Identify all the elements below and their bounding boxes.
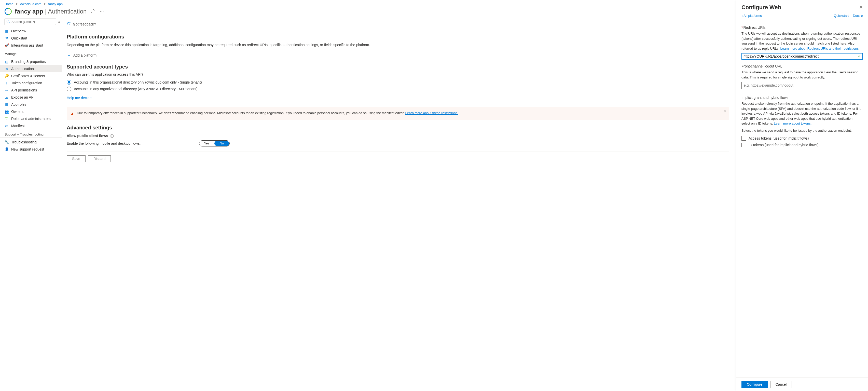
owners-icon: 👥 — [5, 110, 9, 114]
branding-icon: ▤ — [5, 60, 9, 64]
overview-icon: ▦ — [5, 29, 9, 33]
radio-checked-icon — [67, 80, 71, 85]
panel-docs-link[interactable]: Docs⧉ — [853, 14, 863, 18]
nav-api-permissions[interactable]: ⊸ API permissions — [0, 87, 62, 94]
redirect-uri-input[interactable] — [743, 54, 858, 58]
logout-url-input[interactable] — [741, 82, 863, 89]
quickstart-icon: ⚗ — [5, 36, 9, 40]
account-option-multitenant[interactable]: Accounts in any organizational directory… — [67, 86, 729, 92]
svg-point-3 — [69, 22, 70, 23]
external-link-icon: ⧉ — [861, 14, 863, 17]
discard-button[interactable]: Discard — [88, 155, 111, 162]
panel-title: Configure Web — [741, 4, 781, 11]
warn-learn-more-link[interactable]: Learn more about these restrictions. — [405, 111, 458, 115]
tokens-learn-more-link[interactable]: Learn more about tokens. — [774, 121, 811, 125]
nav-owners[interactable]: 👥 Owners — [0, 108, 62, 115]
svg-point-2 — [67, 23, 69, 24]
plus-icon: ＋ — [67, 52, 71, 58]
public-flows-toggle[interactable]: Yes No — [199, 140, 230, 147]
search-icon — [6, 20, 10, 24]
nav-integration[interactable]: 🚀 Integration assistant — [0, 42, 62, 49]
content: Got feedback? Platform configurations De… — [62, 19, 736, 391]
checkbox-unchecked-icon — [741, 143, 746, 147]
nav-roles-admins[interactable]: 🛡 Roles and administrators — [0, 115, 62, 122]
checkbox-unchecked-icon — [741, 136, 746, 141]
svg-point-0 — [7, 20, 9, 22]
nav-token-config[interactable]: ⦀ Token configuration — [0, 80, 62, 87]
redirect-learn-more-link[interactable]: Learn more about Redirect URIs and their… — [780, 47, 859, 51]
implicit-grant-label: Implicit grant and hybrid flows — [741, 95, 863, 99]
nav-overview[interactable]: ▦ Overview — [0, 28, 62, 35]
svg-line-1 — [9, 22, 10, 23]
warning-box: ▲ Due to temporary differences in suppor… — [67, 107, 729, 120]
nav-quickstart[interactable]: ⚗ Quickstart — [0, 35, 62, 42]
nav-manifest[interactable]: ▭ Manifest — [0, 122, 62, 129]
configure-web-panel: Configure Web ✕ ‹All platforms Quickstar… — [736, 0, 868, 391]
access-tokens-checkbox[interactable]: Access tokens (used for implicit flows) — [741, 135, 863, 142]
panel-quickstart-link[interactable]: Quickstart — [834, 14, 849, 18]
save-button[interactable]: Save — [67, 155, 86, 162]
collapse-sidebar-button[interactable]: « — [58, 20, 60, 24]
nav-section-manage: Manage — [0, 49, 62, 57]
warning-close-button[interactable]: ✕ — [724, 110, 726, 113]
breadcrumb-org[interactable]: owncloud.com — [20, 2, 41, 6]
expose-icon: ☁ — [5, 95, 9, 99]
all-platforms-link[interactable]: ‹All platforms — [741, 14, 762, 18]
cancel-button[interactable]: Cancel — [770, 381, 792, 388]
nav-expose-api[interactable]: ☁ Expose an API — [0, 94, 62, 101]
breadcrumb-app[interactable]: fancy app — [48, 2, 62, 6]
logout-url-desc: This is where we send a request to have … — [741, 70, 863, 80]
cert-icon: 🔑 — [5, 74, 9, 78]
nav-app-roles[interactable]: ▥ App roles — [0, 101, 62, 108]
nav-troubleshooting[interactable]: 🔧 Troubleshooting — [0, 139, 62, 146]
search-input[interactable] — [11, 20, 54, 24]
platform-config-heading: Platform configurations — [67, 34, 729, 40]
feedback-link[interactable]: Got feedback? — [67, 22, 96, 27]
app-logo-icon — [3, 6, 13, 17]
supported-types-heading: Supported account types — [67, 64, 729, 70]
pin-icon — [91, 9, 95, 13]
check-icon: ✓ — [858, 54, 861, 58]
auth-icon: ➲ — [5, 67, 9, 71]
nav-new-support[interactable]: 👤 New support request — [0, 146, 62, 153]
rolesadmin-icon: 🛡 — [5, 117, 9, 121]
radio-unchecked-icon — [67, 87, 71, 91]
search-input-wrap[interactable] — [5, 19, 56, 25]
configure-button[interactable]: Configure — [741, 381, 768, 388]
nav-certificates[interactable]: 🔑 Certificates & secrets — [0, 72, 62, 80]
approles-icon: ▥ — [5, 102, 9, 107]
panel-close-button[interactable]: ✕ — [859, 5, 863, 10]
feedback-icon — [67, 22, 71, 27]
enable-flows-label: Enable the following mobile and desktop … — [67, 141, 141, 146]
integration-icon: 🚀 — [5, 43, 9, 48]
redirect-uris-label: *Redirect URIs — [741, 26, 863, 30]
advanced-settings-heading: Advanced settings — [67, 125, 729, 131]
implicit-grant-desc: Request a token directly from the author… — [741, 101, 863, 126]
id-tokens-checkbox[interactable]: ID tokens (used for implicit and hybrid … — [741, 142, 863, 148]
breadcrumb-home[interactable]: Home — [5, 2, 13, 6]
nav-section-support: Support + Troubleshooting — [0, 129, 62, 138]
add-platform-button[interactable]: ＋ Add a platform — [67, 51, 96, 59]
page-title: fancy app | Authentication — [15, 8, 87, 15]
allow-public-flows-label: Allow public client flows i — [67, 134, 729, 138]
redirect-uri-input-wrap[interactable]: ✓ — [741, 53, 863, 60]
api-perm-icon: ⊸ — [5, 88, 9, 92]
info-icon[interactable]: i — [110, 134, 114, 138]
select-tokens-label: Select the tokens you would like to be i… — [741, 128, 863, 133]
more-button[interactable]: ⋯ — [99, 8, 105, 15]
pin-button[interactable] — [90, 8, 96, 15]
account-option-single-tenant[interactable]: Accounts in this organizational director… — [67, 79, 729, 86]
help-me-decide-link[interactable]: Help me decide... — [67, 96, 94, 100]
chevron-left-icon: ‹ — [741, 14, 742, 18]
nav-authentication[interactable]: ➲ Authentication — [0, 65, 62, 72]
breadcrumb: Home > owncloud.com > fancy app — [0, 0, 736, 6]
sidebar: « ▦ Overview ⚗ Quickstart 🚀 Integration … — [0, 19, 62, 391]
nav-manage: ▤ Branding & properties ➲ Authentication… — [0, 58, 62, 129]
manifest-icon: ▭ — [5, 124, 9, 128]
support-icon: 👤 — [5, 147, 9, 151]
platform-config-desc: Depending on the platform or device this… — [67, 42, 729, 48]
nav-branding[interactable]: ▤ Branding & properties — [0, 58, 62, 65]
nav-support: 🔧 Troubleshooting 👤 New support request — [0, 139, 62, 153]
logout-url-label: Front-channel logout URL — [741, 64, 863, 68]
page-title-row: fancy app | Authentication ⋯ — [0, 6, 736, 19]
